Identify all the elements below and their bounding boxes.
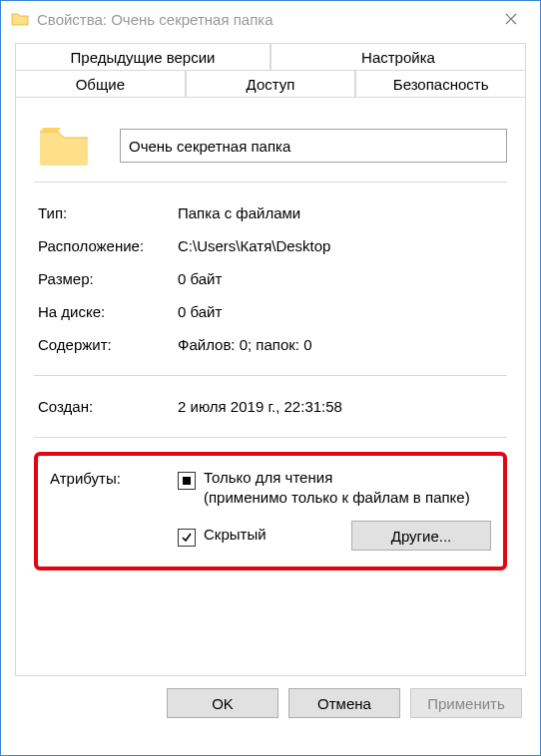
cancel-button[interactable]: Отмена bbox=[288, 688, 400, 718]
attributes-row: Атрибуты: Только для чтения (применимо т… bbox=[50, 468, 491, 551]
value-created: 2 июля 2019 г., 22:31:58 bbox=[178, 398, 503, 415]
tab-customize[interactable]: Настройка bbox=[270, 43, 526, 71]
header-row bbox=[34, 124, 507, 168]
row-contains: Содержит: Файлов: 0; папок: 0 bbox=[34, 328, 507, 361]
label-contains: Содержит: bbox=[38, 336, 178, 353]
label-ondisk: На диске: bbox=[38, 303, 178, 320]
value-ondisk: 0 байт bbox=[178, 303, 503, 320]
apply-button[interactable]: Применить bbox=[410, 688, 522, 718]
checkbox-hidden-label: Скрытый bbox=[204, 525, 267, 545]
divider bbox=[34, 182, 507, 183]
title-left: Свойства: Очень секретная папка bbox=[11, 11, 273, 28]
ok-button[interactable]: OK bbox=[167, 688, 278, 718]
titlebar: Свойства: Очень секретная папка bbox=[1, 1, 540, 37]
row-location: Расположение: C:\Users\Катя\Desktop bbox=[34, 229, 507, 262]
checkbox-readonly[interactable] bbox=[178, 472, 196, 490]
tab-security[interactable]: Безопасность bbox=[355, 70, 526, 98]
value-location: C:\Users\Катя\Desktop bbox=[178, 237, 503, 254]
row-size: Размер: 0 байт bbox=[34, 262, 507, 295]
value-size: 0 байт bbox=[178, 270, 503, 287]
tab-previous-versions[interactable]: Предыдущие версии bbox=[15, 43, 270, 71]
folder-name-input[interactable] bbox=[120, 129, 507, 163]
label-attributes: Атрибуты: bbox=[50, 468, 178, 487]
tab-row-upper: Предыдущие версии Настройка bbox=[15, 43, 526, 71]
row-created: Создан: 2 июля 2019 г., 22:31:58 bbox=[34, 390, 507, 423]
attr-hidden-row: Скрытый Другие... bbox=[178, 521, 491, 551]
value-contains: Файлов: 0; папок: 0 bbox=[178, 336, 503, 353]
close-button[interactable] bbox=[486, 3, 536, 35]
row-ondisk: На диске: 0 байт bbox=[34, 295, 507, 328]
attributes-body: Только для чтения (применимо только к фа… bbox=[178, 468, 491, 551]
label-location: Расположение: bbox=[38, 237, 178, 254]
divider bbox=[34, 375, 507, 376]
client-area: Предыдущие версии Настройка Общие Доступ… bbox=[1, 37, 540, 755]
folder-icon bbox=[38, 124, 90, 168]
dialog-footer: OK Отмена Применить bbox=[1, 676, 540, 730]
tab-sharing[interactable]: Доступ bbox=[186, 70, 356, 98]
attr-hidden[interactable]: Скрытый bbox=[178, 525, 267, 547]
row-type: Тип: Папка с файлами bbox=[34, 196, 507, 229]
folder-icon bbox=[11, 12, 29, 26]
tab-panel-general: Тип: Папка с файлами Расположение: C:\Us… bbox=[15, 98, 526, 676]
window-title: Свойства: Очень секретная папка bbox=[37, 11, 273, 28]
checkbox-hidden[interactable] bbox=[178, 529, 196, 547]
attr-readonly[interactable]: Только для чтения (применимо только к фа… bbox=[178, 468, 491, 507]
tab-row-lower: Общие Доступ Безопасность bbox=[15, 71, 526, 98]
value-type: Папка с файлами bbox=[178, 204, 503, 221]
readonly-note: (применимо только к файлам в папке) bbox=[204, 489, 470, 506]
label-type: Тип: bbox=[38, 204, 178, 221]
label-size: Размер: bbox=[38, 270, 178, 287]
readonly-text: Только для чтения bbox=[204, 469, 332, 486]
other-attributes-button[interactable]: Другие... bbox=[351, 521, 491, 551]
properties-dialog: Свойства: Очень секретная папка Предыдущ… bbox=[0, 0, 541, 756]
checkbox-readonly-label: Только для чтения (применимо только к фа… bbox=[204, 468, 470, 507]
attributes-highlight: Атрибуты: Только для чтения (применимо т… bbox=[34, 452, 507, 570]
tab-general[interactable]: Общие bbox=[15, 70, 186, 98]
label-created: Создан: bbox=[38, 398, 178, 415]
divider bbox=[34, 437, 507, 438]
tabs: Предыдущие версии Настройка Общие Доступ… bbox=[15, 43, 526, 676]
